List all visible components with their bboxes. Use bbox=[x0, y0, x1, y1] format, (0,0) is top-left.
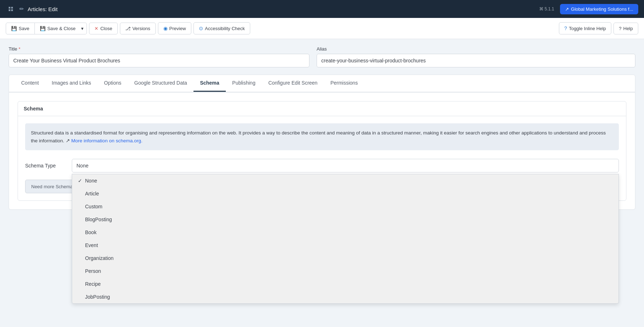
page-title: Articles: Edit bbox=[28, 6, 57, 12]
topbar-left: ✏ Articles: Edit bbox=[6, 4, 57, 14]
save-button[interactable]: 💾 Save bbox=[6, 23, 35, 34]
schema-fieldset: Schema Structured data is a standardised… bbox=[18, 101, 626, 201]
alias-input[interactable] bbox=[317, 54, 635, 67]
dropdown-item-label-organization: Organization bbox=[85, 255, 113, 261]
title-group: Title * bbox=[9, 46, 309, 67]
external-link-icon: ↗ bbox=[565, 6, 569, 12]
toggle-help-label: Toggle Inline Help bbox=[569, 26, 606, 31]
dropdown-item-article[interactable]: Article bbox=[72, 187, 619, 200]
schema-info-box: Structured data is a standardised format… bbox=[25, 123, 619, 150]
svg-rect-0 bbox=[6, 4, 16, 14]
topbar-right: ⌘ 5.1.1 ↗ Global Marketing Solutions f..… bbox=[539, 4, 638, 14]
save-close-button[interactable]: 💾 Save & Close bbox=[35, 23, 81, 34]
toggle-help-button[interactable]: ? Toggle Inline Help bbox=[559, 22, 611, 34]
main-content: Title * Alias Content Images and Links O… bbox=[0, 39, 644, 327]
alias-label: Alias bbox=[317, 46, 635, 52]
help-icon: ? bbox=[619, 26, 621, 31]
save-dropdown-button[interactable]: ▾ bbox=[78, 23, 87, 34]
close-icon: ✕ bbox=[94, 26, 98, 31]
save-close-icon: 💾 bbox=[40, 26, 46, 31]
dropdown-item-label-blogposting: BlogPosting bbox=[85, 217, 112, 222]
toolbar-right: ? Toggle Inline Help ? Help bbox=[559, 22, 638, 34]
accessibility-button[interactable]: ⊙ Accessibility Check bbox=[193, 22, 250, 34]
versions-button[interactable]: ⎇ Versions bbox=[120, 23, 156, 34]
accessibility-label: Accessibility Check bbox=[205, 26, 245, 31]
site-button[interactable]: ↗ Global Marketing Solutions f... bbox=[560, 4, 638, 14]
dropdown-item-organization[interactable]: Organization bbox=[72, 252, 619, 265]
schema-info-link-text: More information on schema.org. bbox=[71, 138, 143, 143]
toolbar: 💾 Save 💾 Save & Close ▾ ✕ Close ⎇ Versio… bbox=[0, 18, 644, 39]
dropdown-arrow-icon: ▾ bbox=[81, 26, 84, 31]
dropdown-item-blogposting[interactable]: BlogPosting bbox=[72, 213, 619, 226]
preview-icon: ◉ bbox=[163, 25, 168, 31]
pencil-icon: ✏ bbox=[19, 6, 24, 12]
form-row-title-alias: Title * Alias bbox=[9, 46, 635, 67]
title-label: Title * bbox=[9, 46, 309, 52]
help-button[interactable]: ? Help bbox=[613, 23, 638, 34]
dropdown-item-recipe[interactable]: Recipe bbox=[72, 278, 619, 290]
required-indicator: * bbox=[19, 46, 20, 52]
dropdown-item-label-custom: Custom bbox=[85, 204, 102, 209]
dropdown-item-none[interactable]: ✓ None bbox=[72, 174, 619, 187]
joomla-logo-icon[interactable] bbox=[6, 4, 16, 14]
dropdown-item-label-recipe: Recipe bbox=[85, 281, 101, 287]
tab-options[interactable]: Options bbox=[98, 75, 128, 92]
dropdown-item-jobposting[interactable]: JobPosting bbox=[72, 290, 619, 303]
tab-google-structured-data[interactable]: Google Structured Data bbox=[128, 75, 193, 92]
schema-type-select[interactable]: None Article Custom BlogPosting Book Eve… bbox=[72, 159, 619, 172]
tabs-bar: Content Images and Links Options Google … bbox=[9, 75, 635, 92]
version-label: ⌘ 5.1.1 bbox=[539, 6, 554, 11]
dropdown-item-label-book: Book bbox=[85, 229, 97, 235]
dropdown-item-event[interactable]: Event bbox=[72, 239, 619, 252]
topbar: ✏ Articles: Edit ⌘ 5.1.1 ↗ Global Market… bbox=[0, 0, 644, 18]
help-label: Help bbox=[623, 26, 633, 31]
schema-info-link[interactable]: More information on schema.org. bbox=[71, 138, 143, 143]
dropdown-item-label-person: Person bbox=[85, 268, 101, 274]
dropdown-item-label-event: Event bbox=[85, 242, 98, 248]
tab-images-links[interactable]: Images and Links bbox=[45, 75, 98, 92]
schema-type-row: Schema Type None Article Custom BlogPost… bbox=[25, 159, 619, 172]
schema-legend: Schema bbox=[18, 101, 626, 116]
tab-schema[interactable]: Schema bbox=[193, 75, 226, 92]
dropdown-item-book[interactable]: Book bbox=[72, 226, 619, 239]
schema-inner: Structured data is a standardised format… bbox=[18, 116, 626, 200]
schema-type-label: Schema Type bbox=[25, 163, 65, 169]
tab-permissions[interactable]: Permissions bbox=[324, 75, 364, 92]
save-label: Save bbox=[19, 26, 29, 31]
tabs-section: Content Images and Links Options Google … bbox=[9, 75, 635, 210]
close-button[interactable]: ✕ Close bbox=[89, 23, 117, 34]
preview-button[interactable]: ◉ Preview bbox=[158, 22, 191, 34]
tab-content-area: Schema Structured data is a standardised… bbox=[9, 92, 635, 210]
site-button-label: Global Marketing Solutions f... bbox=[571, 6, 633, 12]
preview-label: Preview bbox=[169, 26, 186, 31]
save-button-group: 💾 Save 💾 Save & Close ▾ bbox=[6, 23, 87, 34]
schema-type-dropdown: ✓ None Article Custom bbox=[72, 174, 619, 304]
versions-icon: ⎇ bbox=[125, 26, 131, 31]
tab-configure-edit-screen[interactable]: Configure Edit Screen bbox=[262, 75, 324, 92]
tab-publishing[interactable]: Publishing bbox=[226, 75, 262, 92]
schema-link-icon: ↗ bbox=[66, 138, 70, 143]
dropdown-item-person[interactable]: Person bbox=[72, 265, 619, 278]
versions-label: Versions bbox=[132, 26, 150, 31]
save-close-label: Save & Close bbox=[47, 26, 76, 31]
check-icon: ✓ bbox=[78, 178, 83, 184]
tabs-list: Content Images and Links Options Google … bbox=[9, 75, 635, 92]
dropdown-item-label: None bbox=[85, 178, 97, 184]
toolbar-left: 💾 Save 💾 Save & Close ▾ ✕ Close ⎇ Versio… bbox=[6, 22, 250, 34]
save-icon: 💾 bbox=[11, 26, 17, 31]
tab-content[interactable]: Content bbox=[15, 75, 45, 92]
dropdown-item-custom[interactable]: Custom bbox=[72, 200, 619, 213]
dropdown-item-label-article: Article bbox=[85, 191, 99, 196]
toggle-help-icon: ? bbox=[564, 25, 567, 31]
alias-group: Alias bbox=[317, 46, 635, 67]
accessibility-icon: ⊙ bbox=[199, 25, 203, 31]
close-label: Close bbox=[100, 26, 112, 31]
dropdown-item-label-jobposting: JobPosting bbox=[85, 294, 110, 300]
title-input[interactable] bbox=[9, 54, 309, 67]
